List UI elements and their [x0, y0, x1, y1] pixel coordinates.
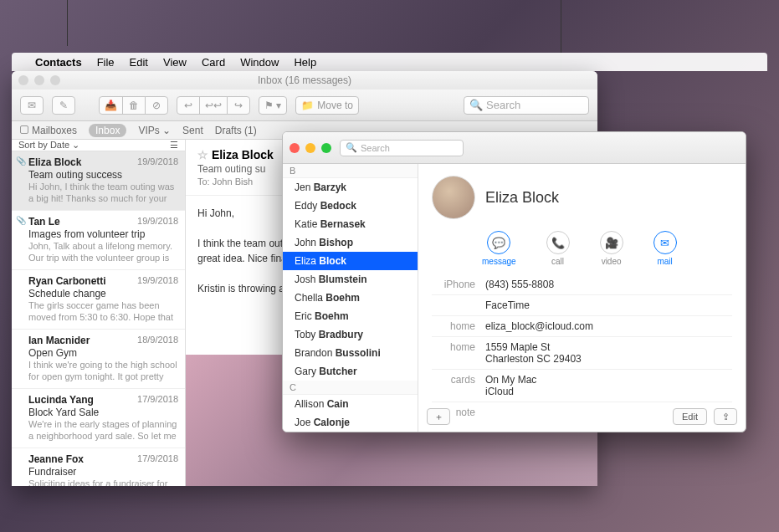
contact-row[interactable]: Joe Calonje — [283, 413, 418, 432]
message-preview: We're in the early stages of planning a … — [28, 419, 178, 442]
message-icon: 💬 — [487, 231, 510, 254]
video-action[interactable]: 🎥video — [600, 231, 623, 266]
star-icon[interactable]: ☆ — [197, 148, 208, 161]
edit-button[interactable]: Edit — [673, 408, 707, 425]
mail-titlebar: Inbox (16 messages) — [12, 71, 597, 90]
message-date: 19/9/2018 — [137, 216, 178, 226]
contact-field: FaceTime — [432, 295, 732, 316]
zoom-button[interactable] — [321, 143, 331, 153]
call-action[interactable]: 📞call — [546, 231, 570, 266]
avatar[interactable] — [432, 176, 475, 219]
phone-icon: 📞 — [546, 231, 570, 254]
archive-button[interactable]: 📥 — [99, 96, 123, 115]
message-row[interactable]: 📎Tan Le19/9/2018Images from volunteer tr… — [12, 211, 185, 270]
message-row[interactable]: Ian Macnider18/9/2018Open GymI think we'… — [12, 330, 185, 389]
menu-file[interactable]: File — [97, 56, 115, 69]
app-menu[interactable]: Contacts — [35, 56, 82, 69]
contact-row[interactable]: Brandon Bussolini — [283, 344, 418, 362]
get-mail-button[interactable]: ✉ — [20, 96, 44, 115]
junk-button[interactable]: ⊘ — [145, 96, 168, 115]
search-icon: 🔍 — [346, 142, 357, 153]
menu-view[interactable]: View — [163, 56, 187, 69]
message-list: Sort by Date ⌄ ☰ 📎Eliza Block19/9/2018Te… — [12, 140, 186, 486]
moveto-button[interactable]: 📁 Move to — [295, 96, 359, 115]
message-subject: Fundraiser — [28, 466, 178, 478]
message-preview: The girls soccer game has been moved fro… — [28, 300, 178, 324]
message-row[interactable]: Ryan Carbonetti19/9/2018Schedule changeT… — [12, 270, 185, 330]
share-icon: ⇪ — [722, 412, 730, 422]
forward-button[interactable]: ↪ — [227, 96, 250, 115]
contact-row[interactable]: Allison Cain — [283, 395, 418, 413]
contact-row[interactable]: Gary Butcher — [283, 362, 418, 381]
message-row[interactable]: 📎Eliza Block19/9/2018Team outing success… — [12, 151, 185, 211]
contact-row[interactable]: Eliza Block — [283, 252, 418, 270]
menu-card[interactable]: Card — [202, 56, 225, 69]
fav-inbox[interactable]: Inbox — [89, 124, 126, 137]
delete-button[interactable]: 🗑 — [122, 96, 146, 115]
contact-row[interactable]: Toby Bradbury — [283, 325, 418, 344]
mail-action[interactable]: ✉mail — [653, 231, 677, 266]
close-button[interactable] — [290, 143, 300, 153]
contact-card: Eliza Block 💬message 📞call 🎥video ✉mail … — [418, 164, 746, 432]
contacts-titlebar: 🔍 Search — [283, 132, 746, 164]
contact-row[interactable]: Eddy Bedock — [283, 197, 418, 215]
message-date: 19/9/2018 — [137, 275, 178, 285]
chevron-down-icon: ⌄ — [162, 125, 171, 136]
add-button[interactable]: ＋ — [427, 408, 450, 425]
section-header: B — [283, 164, 418, 178]
contact-field: homeeliza_block@icloud.com — [432, 316, 732, 337]
message-preview: Soliciting ideas for a fundraiser for 3r… — [28, 478, 178, 486]
message-date: 17/9/2018 — [137, 394, 178, 404]
field-value[interactable]: eliza_block@icloud.com — [485, 320, 732, 332]
message-row[interactable]: Jeanne Fox17/9/2018FundraiserSoliciting … — [12, 448, 185, 486]
message-preview: John, Talk about a lifelong memory. Our … — [28, 241, 178, 264]
filter-icon[interactable]: ☰ — [170, 140, 178, 151]
contact-row[interactable]: Chella Boehm — [283, 289, 418, 307]
field-value[interactable]: FaceTime — [485, 299, 732, 311]
field-value[interactable]: On My Mac iCloud — [485, 374, 732, 397]
menu-window[interactable]: Window — [240, 56, 279, 69]
field-value[interactable]: 1559 Maple St Charleston SC 29403 — [485, 341, 732, 365]
field-label: home — [432, 320, 485, 332]
attachment-icon: 📎 — [16, 156, 26, 166]
flag-button[interactable]: ⚑ ▾ — [259, 96, 287, 115]
message-preview: I think we're going to the high school f… — [28, 360, 178, 383]
field-label: home — [432, 341, 485, 365]
contact-row[interactable]: John Bishop — [283, 233, 418, 252]
fav-sent[interactable]: Sent — [182, 125, 203, 136]
compose-button[interactable]: ✎ — [52, 96, 75, 115]
message-action[interactable]: 💬message — [482, 231, 516, 266]
mail-search[interactable]: 🔍 Search — [464, 96, 589, 115]
window-title: Inbox (16 messages) — [12, 74, 597, 86]
search-icon: 🔍 — [469, 99, 483, 111]
contact-row[interactable]: Katie Bernasek — [283, 215, 418, 233]
sort-bar[interactable]: Sort by Date ⌄ ☰ — [12, 140, 185, 151]
contact-name: Eliza Block — [485, 189, 559, 207]
message-row[interactable]: Lucinda Yang17/9/2018Block Yard SaleWe'r… — [12, 389, 185, 448]
mail-icon: ✉ — [653, 231, 677, 254]
message-subject: Open Gym — [28, 347, 178, 359]
message-subject: Images from volunteer trip — [28, 228, 178, 240]
contacts-window: 🔍 Search BJen BarzykEddy BedockKatie Ber… — [282, 131, 746, 432]
message-subject: Team outing success — [28, 169, 178, 181]
field-value[interactable]: (843) 555-8808 — [485, 279, 732, 290]
contact-row[interactable]: Josh Blumstein — [283, 270, 418, 289]
reply-button[interactable]: ↩ — [177, 96, 200, 115]
contact-row[interactable]: Eric Boehm — [283, 307, 418, 325]
fav-drafts[interactable]: Drafts (1) — [215, 125, 257, 136]
contact-list[interactable]: BJen BarzykEddy BedockKatie BernasekJohn… — [283, 164, 418, 432]
mailboxes-toggle[interactable]: Mailboxes — [20, 125, 77, 136]
menu-help[interactable]: Help — [294, 56, 316, 69]
chevron-down-icon: ⌄ — [72, 140, 79, 150]
field-label: cards — [432, 374, 485, 397]
share-button[interactable]: ⇪ — [714, 408, 737, 425]
contacts-search[interactable]: 🔍 Search — [340, 140, 464, 156]
menu-edit[interactable]: Edit — [130, 56, 148, 69]
reply-all-button[interactable]: ↩↩ — [199, 96, 228, 115]
fav-vips[interactable]: VIPs ⌄ — [138, 125, 171, 136]
contact-field: home1559 Maple St Charleston SC 29403 — [432, 337, 732, 370]
contact-row[interactable]: Jen Barzyk — [283, 178, 418, 197]
menu-bar: Contacts File Edit View Card Window Help — [12, 53, 767, 71]
message-from: Eliza Block — [212, 148, 274, 161]
minimize-button[interactable] — [305, 143, 315, 153]
